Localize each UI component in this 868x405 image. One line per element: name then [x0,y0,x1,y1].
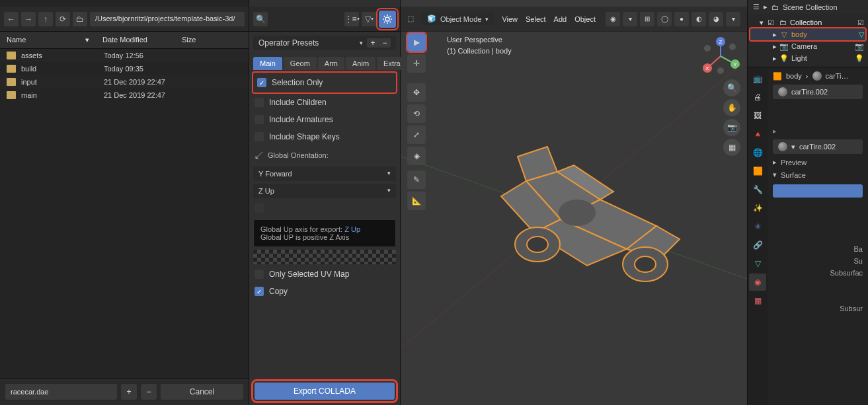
camera-view-icon[interactable]: 📷 [723,119,740,136]
preset-remove-button[interactable]: − [379,38,391,48]
menu-select[interactable]: Select [526,15,546,23]
prop-tab-render[interactable]: 📺 [749,70,766,87]
selection-only-check[interactable]: Selection Only [256,75,393,90]
hide-toggle[interactable]: ▽ [859,30,864,39]
move-tool[interactable]: ✥ [407,83,426,102]
preview-disclosure[interactable]: ▸Preview [773,158,863,166]
prop-tab-mesh[interactable]: ▽ [749,255,766,272]
prop-tab-world[interactable]: 🌐 [749,144,766,161]
hide-toggle[interactable]: 📷 [855,42,864,51]
tree-row-light[interactable]: ▸💡 Light 💡 [750,52,865,64]
measure-tool[interactable]: 📐 [407,192,426,210]
select-box-tool[interactable]: ▶ [407,33,426,52]
xray-toggle[interactable]: ⊞ [640,12,654,26]
sort-icon[interactable]: ▾ [85,36,89,44]
shading-dd[interactable]: ▾ [726,12,740,26]
zoom-icon[interactable]: 🔍 [723,79,740,96]
shading-render[interactable]: ◕ [709,12,723,26]
tree-row-camera[interactable]: ▸📷 Camera 📷 [750,40,865,52]
file-browser: ← → ↑ ⟳ 🗀 /Users/bjornritzl/projects/tem… [0,0,249,405]
annotate-tool[interactable]: ✎ [407,170,426,189]
file-row[interactable]: buildToday 09:35 [0,62,249,75]
up-axis-dd[interactable]: Z Up▾ [253,184,396,198]
nav-gizmo[interactable]: Z Y X [701,36,740,76]
viewport[interactable]: ⬚ 🧊Object Mode▾ View Select Add Object ◉… [401,0,747,405]
scale-tool[interactable]: ⤢ [407,126,426,144]
nav-refresh-button[interactable]: ⟳ [56,12,70,26]
prop-tab-texture[interactable]: ▦ [749,292,766,309]
hide-toggle[interactable]: 💡 [855,54,864,63]
material-slot[interactable]: carTire.002 [773,85,863,99]
filter-dd[interactable]: ▽▾ [362,12,376,26]
rotate-tool[interactable]: ⟲ [407,104,426,123]
overlays-dd[interactable]: ▾ [623,12,637,26]
pan-icon[interactable]: ✋ [723,99,740,116]
tab-arm[interactable]: Arm [318,57,344,70]
menu-view[interactable]: View [502,15,518,23]
overlays-toggle[interactable]: ◉ [606,12,620,26]
menu-object[interactable]: Object [574,15,596,23]
display-dd[interactable]: ⋮≡▾ [344,12,359,26]
nav-up-button[interactable]: ↑ [38,12,53,26]
include-armatures-check[interactable]: Include Armatures [253,112,396,127]
tree-row-body[interactable]: ▸▽ body ▽ [750,28,865,40]
path-input[interactable]: /Users/bjornritzl/projects/template-basi… [90,12,245,26]
filename-input[interactable] [5,384,117,400]
shading-solid[interactable]: ● [674,12,689,26]
preset-add-button[interactable]: + [367,38,379,48]
col-name[interactable]: Name [7,36,26,44]
tree-row-collection[interactable]: ▾☑🗀 Collection ☑ [750,17,865,28]
checkbox-icon [255,115,264,124]
svg-point-0 [385,17,389,21]
tab-geom[interactable]: Geom [284,57,317,70]
nav-forward-button[interactable]: → [21,12,36,26]
prop-tab-material[interactable]: ◉ [749,274,766,291]
node-link-row[interactable] [773,184,863,198]
filename-plus-button[interactable]: + [121,384,137,400]
cursor-tool[interactable]: ✛ [407,54,426,73]
exclude-toggle[interactable]: ☑ [857,18,864,27]
nav-back-button[interactable]: ← [4,12,19,26]
file-row[interactable]: main21 Dec 2019 22:47 [0,89,249,102]
forward-axis-dd[interactable]: Y Forward▾ [253,166,396,181]
right-panels: ☰ ▸ 🗀 Scene Collection ▾☑🗀 Collection ☑ … [747,0,868,405]
only-selected-uv-check[interactable]: Only Selected UV Map [253,267,396,281]
shading-wire[interactable]: ◯ [657,12,672,26]
prop-tab-constraints[interactable]: 🔗 [749,237,766,254]
tab-main[interactable]: Main [253,57,282,70]
menu-add[interactable]: Add [554,15,567,23]
editor-type-icon[interactable]: ⬚ [407,15,414,23]
export-collada-button[interactable]: Export COLLADA [255,383,395,400]
racecar-mesh[interactable] [455,127,693,292]
filename-minus-button[interactable]: − [141,384,157,400]
include-children-check[interactable]: Include Children [253,95,396,110]
persp-ortho-icon[interactable]: ▦ [723,139,740,156]
tab-anim[interactable]: Anim [346,57,375,70]
apply-hidden-check[interactable] [253,201,396,215]
new-folder-button[interactable]: 🗀 [73,12,87,26]
shading-matprev[interactable]: ◐ [691,12,706,26]
prop-tab-physics[interactable]: ⚛ [749,218,766,235]
material-dd[interactable]: ▾ carTire.002 [773,139,863,154]
prop-tab-output[interactable]: 🖨 [749,89,766,106]
file-row[interactable]: assetsToday 12:56 [0,49,249,62]
copy-check[interactable]: Copy [253,284,396,299]
col-size[interactable]: Size [175,32,249,48]
settings-gear-button[interactable] [379,11,396,28]
prop-tab-object[interactable]: 🟧 [749,163,766,180]
prop-tab-particles[interactable]: ✨ [749,200,766,217]
col-date[interactable]: Date Modified [96,32,175,48]
prop-tab-modifier[interactable]: 🔧 [749,181,766,198]
object-mode-dd[interactable]: 🧊Object Mode▾ [422,13,494,25]
prop-tab-scene[interactable]: 🔺 [749,126,766,143]
include-shape-keys-check[interactable]: Include Shape Keys [253,129,396,144]
file-row[interactable]: input21 Dec 2019 22:47 [0,75,249,89]
operator-presets-dd[interactable]: Operator Presets▾ + − [253,36,396,50]
cancel-button[interactable]: Cancel [161,384,243,400]
outliner-icon[interactable]: ☰ [753,3,760,11]
folder-icon [7,52,16,59]
search-button[interactable]: 🔍 [253,12,268,26]
transform-tool[interactable]: ◈ [407,147,426,165]
prop-tab-viewlayer[interactable]: 🖼 [749,107,766,124]
surface-disclosure[interactable]: ▾Surface [773,170,863,179]
